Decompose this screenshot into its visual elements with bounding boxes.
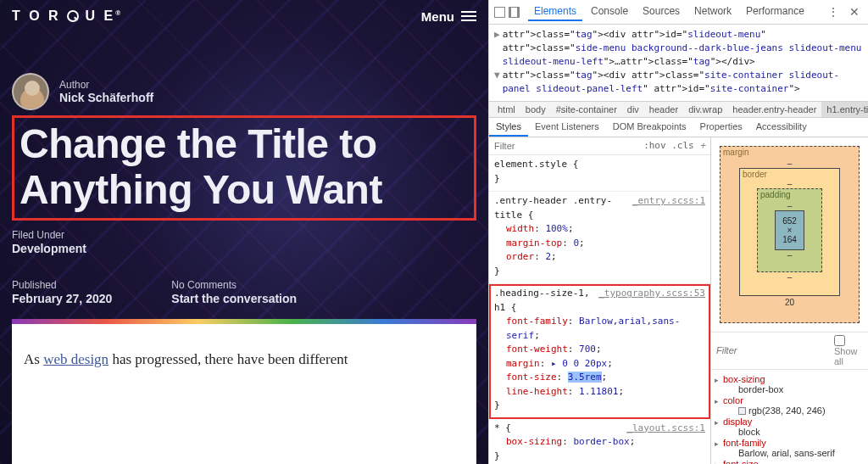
filed-label: Filed Under bbox=[12, 229, 476, 241]
inspect-icon[interactable] bbox=[494, 7, 505, 18]
menu-button[interactable]: Menu bbox=[421, 9, 476, 24]
devtools-toolbar: ElementsConsoleSourcesNetworkPerformance… bbox=[489, 0, 868, 25]
styles-pane[interactable]: :hov .cls + element.style {} _entry.scss… bbox=[489, 137, 711, 464]
web-design-link[interactable]: web design bbox=[43, 351, 108, 367]
dom-tree[interactable]: ▶attr">class="tag"><div attr">id="slideo… bbox=[489, 25, 868, 102]
crumb[interactable]: #site-container bbox=[551, 102, 622, 117]
computed-row[interactable]: font-familyBarlow, arial, sans-serif bbox=[711, 437, 868, 458]
comments-label: No Comments bbox=[171, 279, 297, 291]
devtools-tab-network[interactable]: Network bbox=[688, 3, 737, 21]
computed-row[interactable]: font-size73.5px bbox=[711, 458, 868, 464]
crumb[interactable]: div.wrap bbox=[683, 102, 727, 117]
styles-filter-input[interactable] bbox=[494, 141, 643, 151]
styles-tab[interactable]: Properties bbox=[693, 118, 749, 137]
page-title[interactable]: Change the Title to Anything You Want bbox=[19, 121, 469, 213]
devtools-tab-sources[interactable]: Sources bbox=[637, 3, 686, 21]
author-label: Author bbox=[59, 79, 153, 91]
site-logo[interactable]: T O R U E® bbox=[12, 8, 123, 24]
published-label: Published bbox=[12, 279, 112, 291]
crumb[interactable]: header.entry-header bbox=[727, 102, 821, 117]
computed-row[interactable]: box-sizingborder-box bbox=[711, 373, 868, 394]
computed-filter-input[interactable] bbox=[716, 345, 834, 355]
author-name[interactable]: Nick Schäferhoff bbox=[59, 91, 153, 104]
crumb[interactable]: div bbox=[622, 102, 644, 117]
computed-pane[interactable]: margin– border– padding– 652 × 164 – – 2… bbox=[711, 137, 868, 464]
published-value: February 27, 2020 bbox=[12, 292, 112, 305]
computed-row[interactable]: color rgb(238, 240, 246) bbox=[711, 394, 868, 416]
comments-link[interactable]: Start the conversation bbox=[171, 292, 297, 305]
hov-toggle[interactable]: :hov bbox=[643, 139, 666, 154]
styles-tab[interactable]: DOM Breakpoints bbox=[606, 118, 693, 137]
more-icon[interactable]: ⋮ bbox=[824, 5, 843, 19]
add-rule-icon[interactable]: + bbox=[699, 139, 705, 154]
devtools-tab-performance[interactable]: Performance bbox=[740, 3, 810, 21]
crumb[interactable]: body bbox=[520, 102, 551, 117]
article-body: As web design has progressed, there have… bbox=[12, 324, 476, 465]
cls-toggle[interactable]: .cls bbox=[671, 139, 694, 154]
crumb[interactable]: html bbox=[492, 102, 520, 117]
hamburger-icon bbox=[461, 11, 476, 21]
computed-row[interactable]: displayblock bbox=[711, 416, 868, 437]
devtools-panel: ElementsConsoleSourcesNetworkPerformance… bbox=[488, 0, 868, 464]
breadcrumb[interactable]: htmlbody#site-containerdivheaderdiv.wrap… bbox=[489, 102, 868, 118]
close-icon[interactable]: ✕ bbox=[846, 5, 863, 19]
filed-value[interactable]: Development bbox=[12, 242, 476, 255]
styles-subtabs: StylesEvent ListenersDOM BreakpointsProp… bbox=[489, 118, 868, 137]
device-icon[interactable] bbox=[509, 7, 520, 18]
box-model[interactable]: margin– border– padding– 652 × 164 – – 2… bbox=[711, 137, 868, 332]
website-preview: T O R U E® Menu Author Nick Schäferhoff … bbox=[0, 0, 488, 464]
styles-tab[interactable]: Styles bbox=[489, 118, 528, 137]
styles-tab[interactable]: Accessibility bbox=[749, 118, 814, 137]
devtools-tab-console[interactable]: Console bbox=[585, 3, 634, 21]
devtools-tab-elements[interactable]: Elements bbox=[528, 3, 582, 21]
menu-label: Menu bbox=[421, 9, 454, 24]
show-all-checkbox[interactable]: Show all bbox=[834, 335, 863, 366]
styles-tab[interactable]: Event Listeners bbox=[528, 118, 606, 137]
crumb[interactable]: header bbox=[644, 102, 683, 117]
crumb[interactable]: h1.entry-title bbox=[821, 102, 868, 117]
title-highlight-box: Change the Title to Anything You Want bbox=[12, 115, 476, 221]
avatar[interactable] bbox=[12, 73, 49, 110]
